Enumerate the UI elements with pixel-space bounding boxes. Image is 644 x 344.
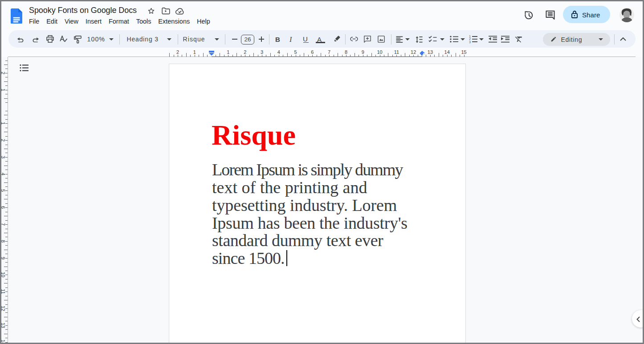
svg-text:Lorem Ipsum is simply dummy: Lorem Ipsum is simply dummy [212,160,404,179]
svg-text:typesetting industry. Lorem: typesetting industry. Lorem [212,196,397,214]
svg-text:since 1500.: since 1500. [212,249,285,267]
svg-text:standard dummy text ever: standard dummy text ever [212,231,383,250]
svg-text:Ipsum has been the industry's: Ipsum has been the industry's [212,214,408,232]
svg-text:Risque: Risque [212,120,296,151]
svg-text:text of the printing and: text of the printing and [212,178,367,197]
